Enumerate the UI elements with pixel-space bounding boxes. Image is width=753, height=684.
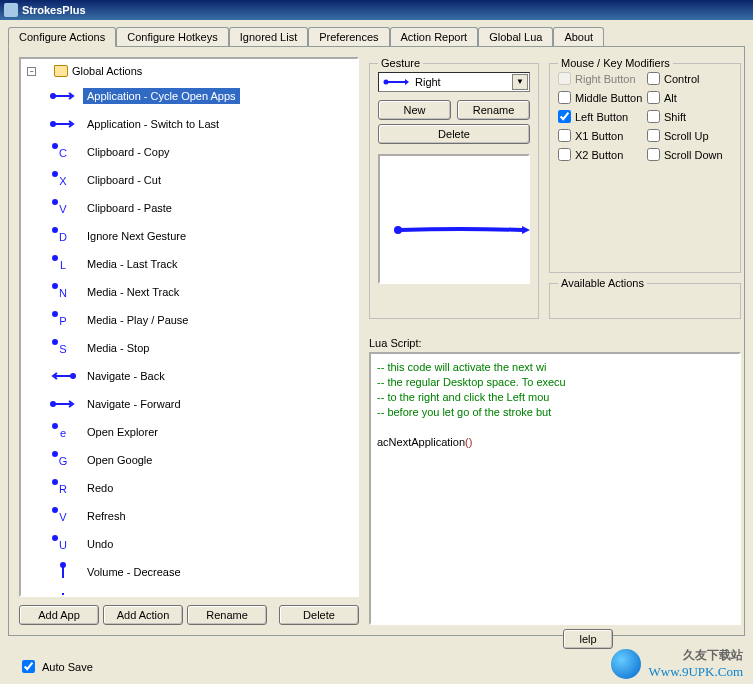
tree-item[interactable]: UUndo bbox=[49, 531, 353, 557]
gesture-glyph-icon: R bbox=[49, 478, 77, 498]
app-icon bbox=[4, 3, 18, 17]
modifier-middle-button[interactable]: Middle Button bbox=[558, 91, 643, 104]
available-actions-group: Available Actions bbox=[549, 283, 741, 319]
tab-strip: Configure ActionsConfigure HotkeysIgnore… bbox=[8, 26, 745, 46]
tab-global-lua[interactable]: Global Lua bbox=[478, 27, 553, 47]
tree-item[interactable]: eOpen Explorer bbox=[49, 419, 353, 445]
tab-about[interactable]: About bbox=[553, 27, 604, 47]
svg-point-29 bbox=[53, 480, 57, 484]
tree-item[interactable]: XClipboard - Cut bbox=[49, 167, 353, 193]
modifier-alt[interactable]: Alt bbox=[647, 91, 732, 104]
gesture-glyph-icon: U bbox=[49, 534, 77, 554]
gesture-glyph-icon: X bbox=[49, 170, 77, 190]
folder-icon bbox=[54, 65, 68, 77]
tree-item[interactable]: Navigate - Forward bbox=[49, 391, 353, 417]
svg-text:L: L bbox=[60, 259, 66, 271]
modifier-x1-button[interactable]: X1 Button bbox=[558, 129, 643, 142]
tree-item[interactable]: RRedo bbox=[49, 475, 353, 501]
svg-text:V: V bbox=[59, 203, 67, 215]
gesture-glyph-icon: S bbox=[49, 338, 77, 358]
tree-item[interactable]: LMedia - Last Track bbox=[49, 251, 353, 277]
add-app-button[interactable]: Add App bbox=[19, 605, 99, 625]
delete-button[interactable]: Delete bbox=[279, 605, 359, 625]
tree-item[interactable]: GOpen Google bbox=[49, 447, 353, 473]
gesture-glyph-icon bbox=[49, 86, 77, 106]
tree-item-label: Application - Cycle Open Apps bbox=[83, 88, 240, 104]
tree-item-label: Media - Next Track bbox=[83, 284, 183, 300]
tree-root[interactable]: − Global Actions bbox=[27, 65, 353, 77]
modifier-x2-button[interactable]: X2 Button bbox=[558, 148, 643, 161]
modifier-left-button[interactable]: Left Button bbox=[558, 110, 643, 123]
modifiers-group: Mouse / Key Modifiers Right ButtonContro… bbox=[549, 63, 741, 273]
gesture-delete-button[interactable]: Delete bbox=[378, 124, 530, 144]
gesture-rename-button[interactable]: Rename bbox=[457, 100, 530, 120]
tree-item[interactable]: VRefresh bbox=[49, 503, 353, 529]
svg-point-33 bbox=[53, 536, 57, 540]
rename-button[interactable]: Rename bbox=[187, 605, 267, 625]
tree-item[interactable]: CClipboard - Copy bbox=[49, 139, 353, 165]
gesture-glyph-icon: G bbox=[49, 450, 77, 470]
tab-configure-actions[interactable]: Configure Actions bbox=[8, 27, 116, 47]
modifier-scroll-down[interactable]: Scroll Down bbox=[647, 148, 732, 161]
gesture-glyph-icon: C bbox=[49, 142, 77, 162]
tree-item[interactable]: Volume - Decrease bbox=[49, 559, 353, 585]
tree-item[interactable]: Volume - Increase bbox=[49, 587, 353, 597]
auto-save-label: Auto Save bbox=[42, 661, 93, 673]
tree-item-label: Ignore Next Gesture bbox=[83, 228, 190, 244]
svg-text:D: D bbox=[59, 231, 67, 243]
tree-item[interactable]: VClipboard - Paste bbox=[49, 195, 353, 221]
tree-item-label: Media - Stop bbox=[83, 340, 153, 356]
help-button[interactable]: lelp bbox=[563, 629, 613, 649]
svg-marker-40 bbox=[405, 79, 409, 85]
tab-action-report[interactable]: Action Report bbox=[390, 27, 479, 47]
auto-save-checkbox[interactable]: Auto Save bbox=[18, 657, 93, 676]
tree-item-label: Open Google bbox=[83, 452, 156, 468]
watermark-cn: 久友下载站 bbox=[683, 648, 743, 662]
tree-item[interactable]: PMedia - Play / Pause bbox=[49, 307, 353, 333]
svg-point-27 bbox=[53, 452, 57, 456]
gesture-glyph-icon: L bbox=[49, 254, 77, 274]
tab-configure-hotkeys[interactable]: Configure Hotkeys bbox=[116, 27, 229, 47]
gesture-glyph-icon: N bbox=[49, 282, 77, 302]
modifier-label: X1 Button bbox=[575, 130, 623, 142]
svg-text:R: R bbox=[59, 483, 67, 495]
tree-item[interactable]: Application - Cycle Open Apps bbox=[49, 83, 353, 109]
modifier-scroll-up[interactable]: Scroll Up bbox=[647, 129, 732, 142]
tree-item-label: Open Explorer bbox=[83, 424, 162, 440]
tree-item-label: Undo bbox=[83, 536, 117, 552]
modifier-control[interactable]: Control bbox=[647, 72, 732, 85]
modifier-label: X2 Button bbox=[575, 149, 623, 161]
gesture-glyph-icon bbox=[49, 394, 77, 414]
tab-preferences[interactable]: Preferences bbox=[308, 27, 389, 47]
svg-point-15 bbox=[53, 284, 57, 288]
tree-item[interactable]: NMedia - Next Track bbox=[49, 279, 353, 305]
add-action-button[interactable]: Add Action bbox=[103, 605, 183, 625]
tab-ignored-list[interactable]: Ignored List bbox=[229, 27, 308, 47]
available-actions-legend: Available Actions bbox=[558, 277, 647, 289]
svg-point-13 bbox=[53, 256, 57, 260]
configure-actions-panel: − Global Actions Application - Cycle Ope… bbox=[8, 46, 745, 636]
actions-tree[interactable]: − Global Actions Application - Cycle Ope… bbox=[19, 57, 359, 597]
svg-text:e: e bbox=[60, 427, 66, 439]
modifier-right-button: Right Button bbox=[558, 72, 643, 85]
tree-item[interactable]: DIgnore Next Gesture bbox=[49, 223, 353, 249]
modifier-label: Shift bbox=[664, 111, 686, 123]
tree-item[interactable]: Navigate - Back bbox=[49, 363, 353, 389]
lua-script-label: Lua Script: bbox=[369, 337, 741, 349]
chevron-down-icon[interactable]: ▼ bbox=[512, 74, 528, 90]
collapse-icon[interactable]: − bbox=[27, 67, 36, 76]
tree-item[interactable]: Application - Switch to Last bbox=[49, 111, 353, 137]
modifier-shift[interactable]: Shift bbox=[647, 110, 732, 123]
gesture-glyph-icon bbox=[49, 590, 77, 597]
gesture-new-button[interactable]: New bbox=[378, 100, 451, 120]
window-title: StrokesPlus bbox=[22, 0, 86, 20]
tree-item-label: Media - Last Track bbox=[83, 256, 181, 272]
gesture-glyph-icon: e bbox=[49, 422, 77, 442]
gesture-select[interactable]: Right ▼ bbox=[378, 72, 530, 92]
watermark-url: Www.9UPK.Com bbox=[649, 664, 744, 679]
tree-item[interactable]: SMedia - Stop bbox=[49, 335, 353, 361]
modifiers-legend: Mouse / Key Modifiers bbox=[558, 57, 673, 69]
tree-root-label: Global Actions bbox=[72, 65, 142, 77]
lua-script-editor[interactable]: -- this code will activate the next wi -… bbox=[369, 352, 741, 625]
tree-item-label: Refresh bbox=[83, 508, 130, 524]
